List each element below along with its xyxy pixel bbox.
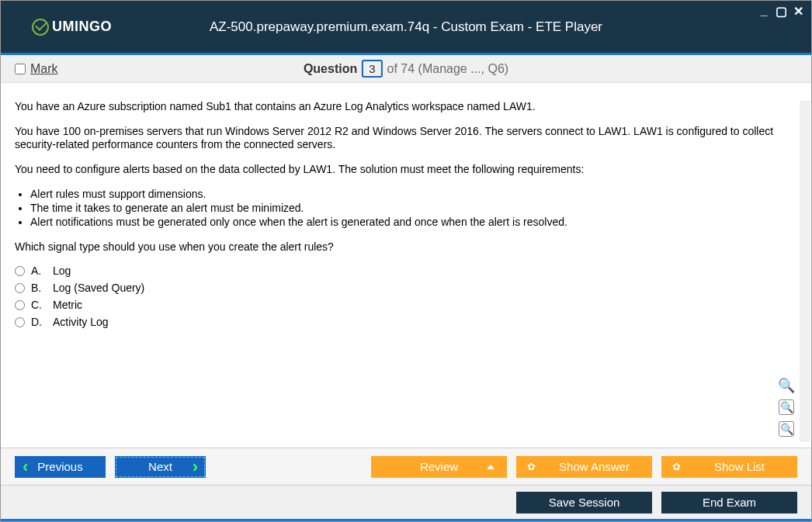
show-list-button[interactable]: ✿Show List bbox=[661, 456, 797, 478]
answers-group: A. Log B. Log (Saved Query) C. Metric D.… bbox=[15, 264, 797, 328]
answer-option[interactable]: D. Activity Log bbox=[15, 316, 797, 328]
end-exam-button[interactable]: End Exam bbox=[661, 492, 797, 513]
question-number-input[interactable]: 3 bbox=[362, 60, 382, 78]
logo-checkmark-icon bbox=[32, 19, 49, 36]
answer-letter: B. bbox=[31, 282, 47, 294]
list-item: The time it takes to generate an alert m… bbox=[30, 201, 797, 215]
paragraph: You need to configure alerts based on th… bbox=[15, 163, 797, 177]
zoom-out-button[interactable]: 🔍 bbox=[779, 421, 794, 437]
answer-letter: A. bbox=[31, 264, 47, 277]
answer-text: Metric bbox=[53, 299, 82, 311]
navigation-footer: Previous Next Review ✿Show Answer ✿Show … bbox=[1, 448, 811, 485]
answer-option[interactable]: B. Log (Saved Query) bbox=[15, 282, 797, 294]
maximize-button[interactable]: ▢ bbox=[776, 4, 786, 19]
paragraph: Which signal type should you use when yo… bbox=[15, 240, 797, 254]
answer-radio-a[interactable] bbox=[15, 266, 25, 276]
app-logo: UMINGO bbox=[32, 19, 112, 36]
list-item: Alert rules must support dimensions. bbox=[30, 187, 797, 201]
question-total: of 74 (Manage ..., Q6) bbox=[387, 62, 509, 76]
save-session-button[interactable]: Save Session bbox=[516, 492, 652, 513]
mark-label[interactable]: Mark bbox=[30, 62, 58, 76]
divider bbox=[1, 519, 811, 521]
logo-text: UMINGO bbox=[52, 19, 112, 35]
puzzle-icon: ✿ bbox=[527, 461, 536, 472]
show-answer-button[interactable]: ✿Show Answer bbox=[516, 456, 652, 478]
question-label: Question bbox=[304, 62, 357, 76]
search-icon[interactable]: 🔍 bbox=[779, 378, 794, 393]
answer-letter: D. bbox=[31, 316, 47, 328]
next-button[interactable]: Next bbox=[115, 456, 206, 478]
scrollbar[interactable] bbox=[800, 101, 810, 442]
answer-option[interactable]: C. Metric bbox=[15, 299, 797, 311]
answer-radio-d[interactable] bbox=[15, 317, 25, 327]
answer-radio-b[interactable] bbox=[15, 283, 25, 293]
question-content: You have an Azure subscription named Sub… bbox=[1, 83, 811, 448]
answer-text: Log bbox=[53, 264, 71, 277]
minimize-button[interactable]: _ bbox=[758, 4, 769, 19]
review-button[interactable]: Review bbox=[371, 456, 507, 478]
close-button[interactable]: ✕ bbox=[793, 4, 803, 19]
session-footer: Save Session End Exam bbox=[1, 485, 811, 519]
answer-option[interactable]: A. Log bbox=[15, 264, 797, 277]
answer-text: Activity Log bbox=[53, 316, 109, 328]
paragraph: You have 100 on-premises servers that ru… bbox=[15, 125, 797, 152]
previous-button[interactable]: Previous bbox=[15, 456, 106, 478]
list-item: Alert notifications must be generated on… bbox=[30, 215, 797, 229]
requirements-list: Alert rules must support dimensions. The… bbox=[30, 187, 797, 230]
paragraph: You have an Azure subscription named Sub… bbox=[15, 100, 797, 114]
answer-text: Log (Saved Query) bbox=[53, 282, 144, 294]
answer-radio-c[interactable] bbox=[15, 300, 25, 310]
zoom-in-button[interactable]: 🔍 bbox=[779, 399, 794, 415]
title-bar: UMINGO AZ-500.prepaway.premium.exam.74q … bbox=[1, 1, 811, 53]
question-bar: Mark Question 3 of 74 (Manage ..., Q6) bbox=[1, 55, 811, 83]
window-title: AZ-500.prepaway.premium.exam.74q - Custo… bbox=[210, 19, 602, 35]
list-icon: ✿ bbox=[672, 461, 681, 472]
answer-letter: C. bbox=[31, 299, 47, 311]
mark-checkbox[interactable] bbox=[15, 64, 26, 74]
